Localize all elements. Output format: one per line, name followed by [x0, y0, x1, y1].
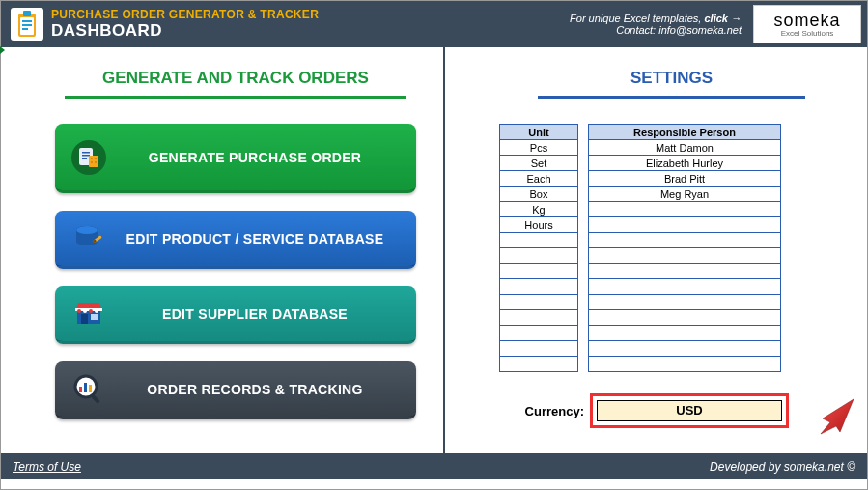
svg-rect-11	[89, 156, 98, 167]
unit-cell[interactable]	[500, 357, 578, 372]
unit-cell[interactable]	[500, 248, 578, 264]
person-cell[interactable]	[589, 310, 781, 326]
actions-panel: GENERATE AND TRACK ORDERS GENERATE PURCH…	[1, 47, 445, 453]
svg-rect-15	[95, 161, 97, 163]
currency-label: Currency:	[499, 404, 590, 418]
unit-cell[interactable]: Hours	[500, 217, 578, 233]
app-logo-icon	[11, 8, 43, 41]
person-cell[interactable]	[589, 326, 781, 341]
svg-rect-3	[22, 20, 32, 22]
unit-cell[interactable]	[500, 233, 578, 248]
unit-table[interactable]: Unit Pcs Set Each Box Kg Hours	[499, 124, 578, 372]
svg-point-26	[89, 309, 93, 313]
page-title: DASHBOARD	[51, 21, 319, 41]
unit-cell[interactable]	[500, 341, 578, 357]
settings-title: SETTINGS	[538, 63, 805, 99]
person-cell[interactable]: Brad Pitt	[589, 171, 781, 187]
svg-rect-12	[91, 158, 93, 159]
store-icon	[55, 297, 123, 331]
svg-rect-21	[81, 314, 88, 324]
responsible-person-table[interactable]: Responsible Person Matt Damon Elizabeth …	[588, 124, 781, 372]
actions-title: GENERATE AND TRACK ORDERS	[65, 63, 406, 99]
brand-logo-sub: Excel Solutions	[781, 29, 834, 38]
cta-prefix: For unique Excel templates,	[570, 13, 704, 24]
svg-rect-4	[22, 24, 32, 26]
person-cell[interactable]: Elizabeth Hurley	[589, 156, 781, 171]
person-cell[interactable]	[589, 233, 781, 248]
unit-cell[interactable]: Box	[500, 187, 578, 202]
app-header: PURCHASE ORDER GENERATOR & TRACKER DASHB…	[1, 1, 867, 47]
svg-rect-9	[82, 155, 90, 157]
edit-product-database-button[interactable]: EDIT PRODUCT / SERVICE DATABASE	[55, 211, 416, 269]
svg-rect-29	[79, 387, 82, 392]
edit-product-label: EDIT PRODUCT / SERVICE DATABASE	[123, 231, 416, 246]
unit-cell[interactable]	[500, 279, 578, 295]
svg-rect-30	[84, 383, 87, 392]
generate-label: GENERATE PURCHASE ORDER	[123, 150, 416, 165]
person-cell[interactable]	[589, 248, 781, 264]
svg-point-17	[76, 226, 98, 234]
svg-point-24	[77, 309, 81, 313]
brand-logo-text: someka	[773, 11, 840, 31]
unit-cell[interactable]	[500, 264, 578, 279]
svg-rect-13	[95, 158, 97, 159]
svg-rect-31	[89, 385, 92, 392]
svg-rect-8	[82, 152, 90, 154]
svg-rect-22	[91, 314, 98, 320]
person-cell[interactable]	[589, 295, 781, 310]
app-title: PURCHASE ORDER GENERATOR & TRACKER	[51, 8, 319, 21]
order-records-button[interactable]: ORDER RECORDS & TRACKING	[55, 361, 416, 419]
person-header: Responsible Person	[589, 125, 781, 140]
unit-cell[interactable]	[500, 310, 578, 326]
svg-rect-2	[23, 11, 31, 16]
currency-highlight: USD	[590, 393, 789, 428]
arrow-icon	[811, 395, 855, 436]
unit-cell[interactable]: Each	[500, 171, 578, 187]
person-cell[interactable]	[589, 357, 781, 372]
chart-search-icon	[55, 372, 123, 407]
edit-supplier-database-button[interactable]: EDIT SUPPLIER DATABASE	[55, 286, 416, 344]
unit-cell[interactable]: Set	[500, 156, 578, 171]
person-cell[interactable]	[589, 217, 781, 233]
developed-by: Developed by someka.net ©	[710, 460, 855, 474]
database-icon	[55, 221, 123, 256]
person-cell[interactable]: Matt Damon	[589, 140, 781, 156]
person-cell[interactable]	[589, 202, 781, 217]
svg-rect-10	[82, 158, 87, 159]
person-cell[interactable]	[589, 264, 781, 279]
terms-link[interactable]: Terms of Use	[13, 460, 81, 474]
cta-link[interactable]: For unique Excel templates, click →	[570, 13, 742, 24]
generate-purchase-order-button[interactable]: GENERATE PURCHASE ORDER	[55, 124, 416, 193]
person-cell[interactable]	[589, 279, 781, 295]
contact-info: Contact: info@someka.net	[616, 24, 742, 36]
unit-cell[interactable]	[500, 295, 578, 310]
svg-rect-33	[91, 394, 100, 404]
app-footer: Terms of Use Developed by someka.net ©	[1, 453, 867, 479]
order-records-label: ORDER RECORDS & TRACKING	[123, 382, 416, 397]
edit-supplier-label: EDIT SUPPLIER DATABASE	[123, 306, 416, 322]
svg-rect-14	[91, 161, 93, 163]
unit-cell[interactable]	[500, 326, 578, 341]
person-cell[interactable]	[589, 341, 781, 357]
svg-point-27	[95, 309, 98, 313]
document-icon	[55, 138, 123, 177]
settings-panel: SETTINGS Unit Pcs Set Each Box Kg Hours	[445, 47, 867, 453]
svg-rect-5	[22, 28, 28, 30]
person-cell[interactable]: Meg Ryan	[589, 187, 781, 202]
unit-header: Unit	[500, 125, 578, 140]
unit-cell[interactable]: Kg	[500, 202, 578, 217]
brand-logo[interactable]: someka Excel Solutions	[753, 5, 861, 43]
svg-point-25	[83, 309, 87, 313]
currency-input[interactable]: USD	[597, 400, 782, 421]
cta-bold: click →	[704, 13, 742, 24]
unit-cell[interactable]: Pcs	[500, 140, 578, 156]
